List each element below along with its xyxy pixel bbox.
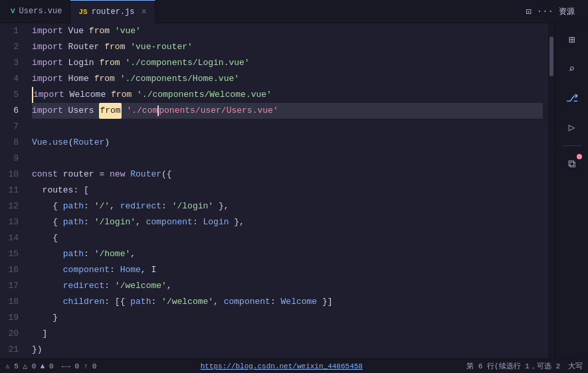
code-line-13: { path: '/login', component: Login }, — [32, 214, 543, 230]
plain-token: : — [193, 214, 203, 230]
string-token: '/home' — [94, 246, 131, 262]
line-number-13: 13 — [5, 214, 19, 230]
status-caps: 大写 — [568, 361, 583, 371]
tab-close-button[interactable]: × — [141, 7, 146, 17]
from-keyword-token: from — [111, 87, 132, 103]
plain-token: }) — [32, 342, 43, 358]
line-numbers: 12345678910111213141516171819202122 — [0, 23, 27, 358]
status-errors: ⚠ 5 △ 0 ▲ 0 — [5, 362, 54, 370]
tab-users-vue[interactable]: V Users.vue — [3, 0, 70, 23]
plain-token — [32, 262, 63, 278]
string-token: '/welcome' — [161, 294, 213, 310]
plain-token: }, — [229, 214, 245, 230]
keyword-token: const — [32, 167, 58, 183]
property-token: path — [63, 214, 84, 230]
plain-token — [32, 246, 63, 262]
line-number-15: 15 — [5, 246, 19, 262]
line-number-6: 6 — [5, 103, 19, 119]
line-number-3: 3 — [5, 55, 19, 71]
plain-token: , — [110, 198, 120, 214]
line-number-2: 2 — [5, 39, 19, 55]
line-number-12: 12 — [5, 198, 19, 214]
sidebar-divider — [562, 145, 582, 146]
line-number-10: 10 — [5, 167, 19, 183]
plain-token: , — [213, 294, 224, 310]
line-number-20: 20 — [5, 326, 19, 342]
editor-area: 12345678910111213141516171819202122 impo… — [0, 23, 555, 358]
from-keyword-token: from — [89, 23, 110, 39]
plain-token: : — [270, 294, 281, 310]
plain-token: ) — [104, 135, 110, 151]
highlighted-from-token: from — [99, 103, 121, 119]
line-number-7: 7 — [5, 119, 19, 135]
code-line-20: ] — [32, 326, 543, 342]
plain-token: Welcome — [64, 87, 111, 103]
string-token: './components/Login.vue' — [120, 55, 250, 71]
string2-token: ponents/user/Users.vue' — [159, 103, 278, 119]
function-token: Router — [130, 167, 161, 183]
property-token: path — [130, 294, 151, 310]
debug-icon[interactable]: ▷ — [558, 113, 586, 141]
files-icon[interactable]: ⊞ — [558, 26, 586, 54]
git-icon[interactable]: ⎇ — [558, 84, 586, 112]
plain-token: router = — [58, 167, 110, 183]
plain-token: { — [32, 214, 63, 230]
line-number-9: 9 — [5, 151, 19, 167]
property-token: children — [63, 294, 104, 310]
main-area: 12345678910111213141516171819202122 impo… — [0, 23, 588, 358]
tab-label-router-js: router.js — [92, 7, 135, 17]
keyword-token: import — [32, 103, 63, 119]
line-number-17: 17 — [5, 278, 19, 294]
line-number-8: 8 — [5, 135, 19, 151]
function-token: Login — [203, 214, 229, 230]
tab-router-js[interactable]: JS router.js × — [70, 0, 155, 23]
more-actions-icon[interactable]: ··· — [537, 6, 553, 17]
plain-token: }] — [317, 294, 332, 310]
status-url-link[interactable]: https://blog.csdn.net/weixin_44865458 — [201, 362, 363, 370]
split-editor-icon[interactable]: ⊡ — [526, 6, 531, 17]
keyword-token: import — [32, 23, 63, 39]
sidebar-label: 资源 — [559, 6, 580, 17]
extensions-icon[interactable]: ⧉ — [558, 150, 586, 178]
code-line-14: { — [32, 230, 543, 246]
line-number-14: 14 — [5, 230, 19, 246]
plain-token: ] — [32, 326, 47, 342]
function-token: use — [52, 135, 68, 151]
code-line-4: import Home from './components/Home.vue' — [32, 71, 543, 87]
status-indent: ←→ 0 ↑ 0 — [62, 362, 97, 370]
search-icon[interactable]: ⌕ — [558, 55, 586, 83]
code-line-18: children: [{ path: '/welcome', component… — [32, 294, 543, 310]
code-line-10: const router = new Router({ — [32, 167, 543, 183]
plain-token: , — [141, 262, 151, 278]
plain-token: } — [32, 310, 58, 326]
from-keyword-token: from — [104, 39, 125, 55]
keyword-token: import — [32, 71, 63, 87]
plain-token: : — [151, 294, 161, 310]
string2-token: './com — [122, 103, 158, 119]
plain-token: : [{ — [104, 294, 130, 310]
plain-token: . — [47, 135, 52, 151]
plain-token — [125, 167, 130, 183]
code-content[interactable]: import Vue from 'vue'import Router from … — [27, 23, 548, 358]
function-token: Router — [73, 135, 104, 151]
keyword-token: import — [33, 87, 64, 103]
string-token: '/login' — [172, 198, 213, 214]
scrollbar[interactable] — [548, 23, 555, 358]
plain-token — [32, 278, 63, 294]
plain-token: ({ — [161, 167, 172, 183]
code-view: 12345678910111213141516171819202122 impo… — [0, 23, 555, 358]
plain-token: : — [161, 198, 172, 214]
plain-token: Users — [63, 103, 100, 119]
status-url[interactable]: https://blog.csdn.net/weixin_44865458 — [201, 362, 363, 370]
property-token: path — [63, 198, 84, 214]
line-number-4: 4 — [5, 71, 19, 87]
scroll-thumb — [549, 37, 553, 76]
plain-token: Login — [63, 55, 100, 71]
plain-token: { — [32, 230, 58, 246]
line-number-21: 21 — [5, 342, 19, 358]
plain-token: : — [110, 262, 120, 278]
plain-token: : — [84, 246, 94, 262]
keyword-token: import — [32, 55, 63, 71]
plain-token: ( — [68, 135, 74, 151]
plain-token: { — [32, 198, 63, 214]
